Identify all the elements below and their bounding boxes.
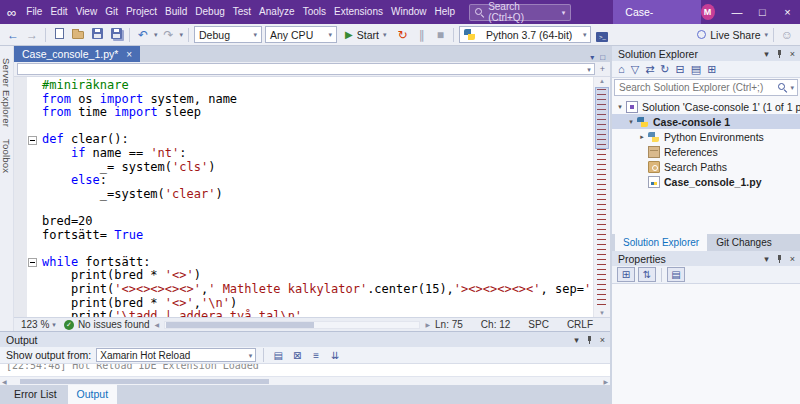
line-indicator[interactable]: Ln: 75 bbox=[435, 319, 463, 330]
collapse-all-icon[interactable]: ⊟ bbox=[676, 63, 685, 76]
refresh-icon[interactable]: ↻ bbox=[660, 63, 669, 76]
code-line[interactable]: from os import system, name bbox=[28, 93, 592, 107]
menu-git[interactable]: Git bbox=[102, 0, 121, 24]
code-line[interactable] bbox=[28, 242, 592, 256]
navigate-forward-icon[interactable]: → bbox=[24, 25, 40, 45]
breakpoint-margin[interactable] bbox=[14, 77, 27, 317]
start-debugging-button[interactable]: ▶ Start ▾ bbox=[340, 29, 391, 41]
horizontal-scrollbar[interactable] bbox=[164, 321, 420, 329]
tree-item[interactable]: ▸Python Environments bbox=[612, 129, 800, 144]
feedback-smiley-icon[interactable]: ☺ bbox=[779, 25, 795, 45]
clear-all-icon[interactable]: ⊠ bbox=[290, 350, 304, 361]
save-all-icon[interactable] bbox=[108, 25, 124, 45]
toolbox-tab[interactable]: Toolbox bbox=[1, 139, 12, 173]
chevron-down-icon[interactable]: ▾ bbox=[154, 31, 158, 38]
expander-open-icon[interactable]: ▾ bbox=[615, 103, 625, 111]
menu-analyze[interactable]: Analyze bbox=[256, 0, 298, 24]
pin-icon[interactable] bbox=[775, 254, 784, 264]
scroll-up-icon[interactable]: ▲ bbox=[594, 78, 610, 84]
fold-collapse-icon[interactable] bbox=[28, 136, 37, 145]
editor-scrollbar[interactable]: ▲ ▼ bbox=[593, 77, 610, 317]
float-window-icon[interactable]: □ bbox=[600, 53, 605, 62]
menu-view[interactable]: View bbox=[73, 0, 101, 24]
code-line[interactable]: print('\tadd | addera två tal\n', bbox=[28, 310, 592, 317]
undo-icon[interactable]: ↶ bbox=[135, 25, 151, 45]
account-avatar[interactable]: M bbox=[701, 4, 715, 20]
close-icon[interactable]: × bbox=[790, 49, 795, 59]
alphabetical-icon[interactable]: ⇅ bbox=[638, 267, 656, 282]
code-line[interactable]: #miniräknare bbox=[28, 79, 592, 93]
close-icon[interactable]: × bbox=[790, 254, 795, 264]
document-tab[interactable]: Case_console_1.py* × bbox=[14, 46, 140, 62]
fold-collapse-icon[interactable] bbox=[28, 258, 37, 267]
code-line[interactable]: if name == 'nt': bbox=[28, 147, 592, 161]
scroll-down-icon[interactable]: ▼ bbox=[594, 310, 610, 316]
categorized-icon[interactable]: ⊞ bbox=[617, 267, 635, 282]
server-explorer-tab[interactable]: Server Explorer bbox=[1, 58, 12, 127]
menu-build[interactable]: Build bbox=[162, 0, 190, 24]
code-line[interactable]: _=system('clear') bbox=[28, 188, 592, 202]
tool-tab-git-changes[interactable]: Git Changes bbox=[708, 234, 780, 251]
hot-reload-icon[interactable]: ↻ bbox=[394, 25, 410, 45]
solution-platforms-dropdown[interactable]: Any CPU▾ bbox=[265, 26, 337, 43]
filter-icon[interactable]: ▽ bbox=[631, 63, 639, 76]
menu-file[interactable]: File bbox=[23, 0, 45, 24]
code-line[interactable]: bred=20 bbox=[28, 215, 592, 229]
open-file-icon[interactable] bbox=[70, 25, 86, 45]
menu-project[interactable]: Project bbox=[123, 0, 160, 24]
menu-tools[interactable]: Tools bbox=[300, 0, 329, 24]
tree-item[interactable]: Search Paths bbox=[612, 159, 800, 174]
close-tab-icon[interactable]: × bbox=[126, 49, 132, 60]
break-all-icon[interactable]: ∥ bbox=[413, 25, 429, 45]
pin-icon[interactable] bbox=[585, 335, 594, 345]
messages-list-icon[interactable]: ▤ bbox=[271, 350, 285, 361]
solution-search-input[interactable] bbox=[615, 82, 775, 93]
solution-configurations-dropdown[interactable]: Debug▾ bbox=[194, 26, 262, 43]
chevron-down-icon[interactable]: ▾ bbox=[764, 49, 769, 59]
menu-window[interactable]: Window bbox=[388, 0, 430, 24]
sync-with-active-document-icon[interactable]: ⇄ bbox=[645, 63, 654, 76]
expander-closed-icon[interactable]: ▸ bbox=[637, 133, 647, 141]
menu-test[interactable]: Test bbox=[230, 0, 254, 24]
menu-help[interactable]: Help bbox=[432, 0, 459, 24]
document-list-icon[interactable]: ▾ bbox=[590, 53, 594, 62]
autoscroll-icon[interactable]: ⇊ bbox=[328, 350, 342, 361]
save-icon[interactable] bbox=[89, 25, 105, 45]
code-line[interactable]: fortsätt= True bbox=[28, 229, 592, 243]
new-file-icon[interactable] bbox=[51, 25, 67, 45]
chevron-down-icon[interactable]: ▾ bbox=[180, 31, 184, 38]
zoom-control[interactable]: 123 % ▾ bbox=[18, 319, 59, 330]
tree-item[interactable]: References bbox=[612, 144, 800, 159]
python-environment-dropdown[interactable]: Python 3.7 (64-bit) ▾ bbox=[459, 26, 591, 43]
column-indicator[interactable]: Ch: 12 bbox=[481, 319, 510, 330]
panel-tab-output[interactable]: Output bbox=[68, 385, 118, 404]
code-line[interactable]: else: bbox=[28, 174, 592, 188]
chevron-down-icon[interactable]: ▾ bbox=[790, 84, 794, 91]
output-log[interactable]: [22:54:48] Hot Reload IDE Extension Load… bbox=[0, 364, 610, 376]
property-pages-icon[interactable]: ▤ bbox=[667, 267, 685, 282]
split-editor-icon[interactable]: + bbox=[600, 65, 605, 74]
stop-icon[interactable]: ■ bbox=[432, 25, 448, 45]
live-share-button[interactable]: Live Share ▾ bbox=[697, 29, 768, 41]
pin-icon[interactable] bbox=[775, 49, 784, 59]
code-line[interactable]: print(bred * '<>') bbox=[28, 269, 592, 283]
redo-icon[interactable]: ↷ bbox=[161, 25, 177, 45]
spaces-indicator[interactable]: SPC bbox=[528, 319, 549, 330]
show-all-files-icon[interactable]: ▤ bbox=[691, 63, 701, 76]
close-icon[interactable]: × bbox=[600, 335, 605, 345]
scrollbar-track[interactable] bbox=[9, 379, 602, 384]
menu-debug[interactable]: Debug bbox=[192, 0, 227, 24]
maximize-button[interactable]: □ bbox=[750, 0, 775, 24]
menu-extensions[interactable]: Extensions bbox=[331, 0, 386, 24]
chevron-down-icon[interactable]: ▾ bbox=[764, 254, 769, 264]
quick-search-box[interactable]: Search (Ctrl+Q) ▾ bbox=[469, 4, 571, 21]
code-line[interactable]: print('<><><><><>',' Mathlete kalkylator… bbox=[28, 283, 592, 297]
scrollbar-thumb[interactable] bbox=[20, 379, 269, 384]
code-line[interactable]: print(bred * '<>','\n') bbox=[28, 297, 592, 311]
tree-item[interactable]: ▾Solution 'Case-console 1' (1 of 1 proje… bbox=[612, 99, 800, 114]
code-line[interactable] bbox=[28, 120, 592, 134]
navigation-dropdown[interactable]: ▾ bbox=[17, 63, 595, 75]
scroll-left-icon[interactable]: ◀ bbox=[155, 321, 160, 328]
line-ending-indicator[interactable]: CRLF bbox=[567, 319, 593, 330]
word-wrap-icon[interactable]: ≡ bbox=[309, 350, 323, 361]
